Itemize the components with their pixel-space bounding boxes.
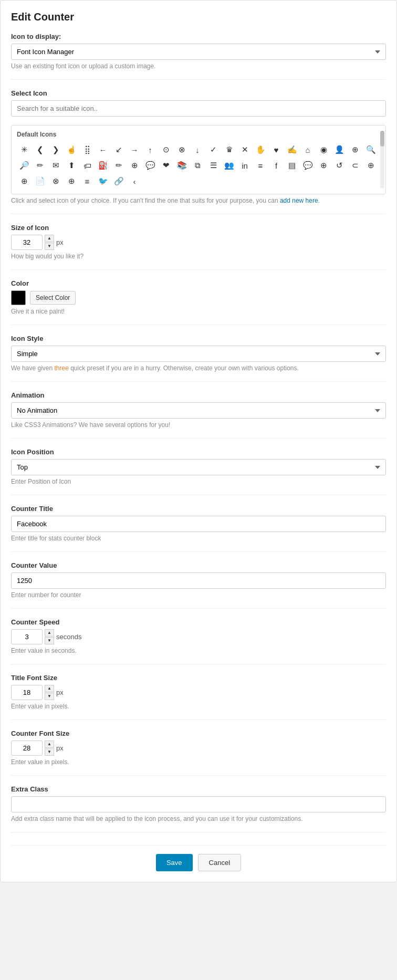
counter-font-size-down-arrow[interactable]: ▼	[45, 748, 54, 756]
color-swatch[interactable]	[11, 290, 26, 305]
counter-speed-down-arrow[interactable]: ▼	[45, 637, 54, 644]
icon-position-section: Icon Position Top Left Right Bottom Ente…	[11, 448, 386, 495]
icon-cell[interactable]: ✳	[17, 142, 32, 157]
select-icon-section: Select Icon Default Icons ✳ ❮ ❯ ☝ ⣿ ← ↙ …	[11, 89, 386, 214]
scrollbar-thumb	[380, 131, 384, 147]
icon-cell[interactable]: ⊗	[48, 174, 63, 189]
icon-cell[interactable]: in	[237, 158, 252, 173]
icon-cell[interactable]: ↙	[111, 142, 126, 157]
icon-cell[interactable]: ⛽	[96, 158, 110, 173]
icon-cell[interactable]: 🔎	[17, 158, 32, 173]
icon-cell[interactable]: ❤	[159, 158, 173, 173]
icon-cell[interactable]: ⊗	[174, 142, 189, 157]
save-button[interactable]: Save	[156, 854, 193, 871]
icon-cell[interactable]: ✓	[206, 142, 221, 157]
icon-cell[interactable]: ≡	[80, 174, 95, 189]
title-font-size-down-arrow[interactable]: ▼	[45, 693, 54, 700]
icon-cell[interactable]: ❯	[48, 142, 63, 157]
title-font-size-unit: px	[56, 689, 64, 696]
icon-cell[interactable]: 💬	[143, 158, 158, 173]
icon-click-instruction: Click and select icon of your choice. If…	[11, 197, 386, 204]
icon-search-input[interactable]	[11, 100, 386, 117]
icon-cell[interactable]: ⊕	[363, 158, 378, 173]
icon-cell[interactable]: 📄	[33, 174, 47, 189]
counter-speed-spinner: ▲ ▼ seconds	[11, 629, 386, 644]
icon-cell[interactable]: ☝	[64, 142, 79, 157]
extra-class-desc: Add extra class name that will be applie…	[11, 815, 386, 822]
counter-title-label: Counter Title	[11, 505, 386, 513]
counter-value-input[interactable]	[11, 572, 386, 589]
color-section: Color Select Color Give it a nice paint!	[11, 279, 386, 325]
icon-cell[interactable]: ⊂	[348, 158, 362, 173]
icon-cell[interactable]: ⬆	[64, 158, 79, 173]
icon-display-dropdown[interactable]: Font Icon Manager	[11, 44, 386, 60]
icon-cell[interactable]: ☰	[206, 158, 221, 173]
add-new-icon-link[interactable]: add new here	[280, 197, 318, 204]
icon-cell[interactable]: 🐦	[96, 174, 110, 189]
icon-cell[interactable]: ↑	[143, 142, 158, 157]
icon-cell[interactable]: ⊕	[316, 158, 331, 173]
extra-class-input[interactable]	[11, 796, 386, 812]
icon-cell[interactable]: ♥	[269, 142, 284, 157]
icon-cell[interactable]: ⊕	[127, 158, 142, 173]
footer-buttons: Save Cancel	[11, 845, 386, 871]
icon-cell[interactable]: ❮	[33, 142, 47, 157]
icon-style-section: Icon Style Simple Circle Square Custom W…	[11, 335, 386, 382]
title-font-size-label: Title Font Size	[11, 674, 386, 682]
counter-speed-up-arrow[interactable]: ▲	[45, 629, 54, 637]
counter-title-input[interactable]	[11, 516, 386, 532]
icon-cell[interactable]: ⊙	[159, 142, 173, 157]
icon-size-down-arrow[interactable]: ▼	[45, 243, 54, 250]
counter-font-size-input[interactable]	[11, 741, 43, 756]
icon-cell[interactable]: ⊕	[348, 142, 362, 157]
icon-cell[interactable]: ←	[96, 142, 110, 157]
icon-cell[interactable]: 👥	[222, 158, 236, 173]
icon-cell[interactable]: ✋	[253, 142, 268, 157]
icon-size-up-arrow[interactable]: ▲	[45, 235, 54, 242]
counter-speed-input[interactable]	[11, 629, 43, 644]
icon-cell[interactable]: ♛	[222, 142, 236, 157]
icon-cell[interactable]: ↺	[332, 158, 347, 173]
icon-cell[interactable]: ≡	[253, 158, 268, 173]
icon-cell[interactable]: ✉	[48, 158, 63, 173]
counter-font-size-spinner: ▲ ▼ px	[11, 741, 386, 756]
icon-cell[interactable]: ⊕	[17, 174, 32, 189]
icon-style-dropdown[interactable]: Simple Circle Square Custom	[11, 346, 386, 362]
icon-cell[interactable]: 👤	[332, 142, 347, 157]
title-font-size-up-arrow[interactable]: ▲	[45, 685, 54, 692]
icon-cell[interactable]: ⣿	[80, 142, 95, 157]
icon-cell[interactable]: 🏷	[80, 158, 95, 173]
icon-cell[interactable]: ⌂	[300, 142, 315, 157]
icon-cell[interactable]: 📚	[174, 158, 189, 173]
icon-cell[interactable]: 💬	[300, 158, 315, 173]
icon-cell[interactable]: ⧉	[190, 158, 205, 173]
icon-cell[interactable]: ✕	[237, 142, 252, 157]
icon-cell[interactable]: ⊕	[64, 174, 79, 189]
color-desc: Give it a nice paint!	[11, 308, 386, 315]
icon-cell[interactable]: f	[269, 158, 284, 173]
icon-cell[interactable]: ‹	[127, 174, 142, 189]
scrollbar[interactable]	[380, 131, 384, 189]
icon-cell[interactable]: ✏	[111, 158, 126, 173]
icon-display-desc: Use an existing font icon or upload a cu…	[11, 62, 386, 70]
icon-instruction-text: Click and select icon of your choice. If…	[11, 197, 280, 204]
icon-cell[interactable]: ✍	[285, 142, 299, 157]
animation-section: Animation No Animation Bounce Flash Puls…	[11, 391, 386, 439]
icon-cell[interactable]: ✏	[33, 158, 47, 173]
counter-title-section: Counter Title Enter title for stats coun…	[11, 505, 386, 552]
icon-cell[interactable]: 🔗	[111, 174, 126, 189]
icon-cell[interactable]: →	[127, 142, 142, 157]
select-color-button[interactable]: Select Color	[30, 291, 76, 305]
icon-position-dropdown[interactable]: Top Left Right Bottom	[11, 459, 386, 475]
animation-dropdown[interactable]: No Animation Bounce Flash Pulse Rotate S…	[11, 402, 386, 419]
counter-speed-unit: seconds	[56, 633, 81, 641]
icon-display-label: Icon to display:	[11, 33, 386, 40]
cancel-button[interactable]: Cancel	[198, 854, 241, 871]
icon-size-input[interactable]	[11, 235, 43, 250]
icon-cell[interactable]: ↓	[190, 142, 205, 157]
icon-cell[interactable]: ▤	[285, 158, 299, 173]
title-font-size-input[interactable]	[11, 685, 43, 700]
icon-cell[interactable]: ◉	[316, 142, 331, 157]
icon-cell[interactable]: 🔍	[363, 142, 378, 157]
counter-font-size-up-arrow[interactable]: ▲	[45, 741, 54, 748]
